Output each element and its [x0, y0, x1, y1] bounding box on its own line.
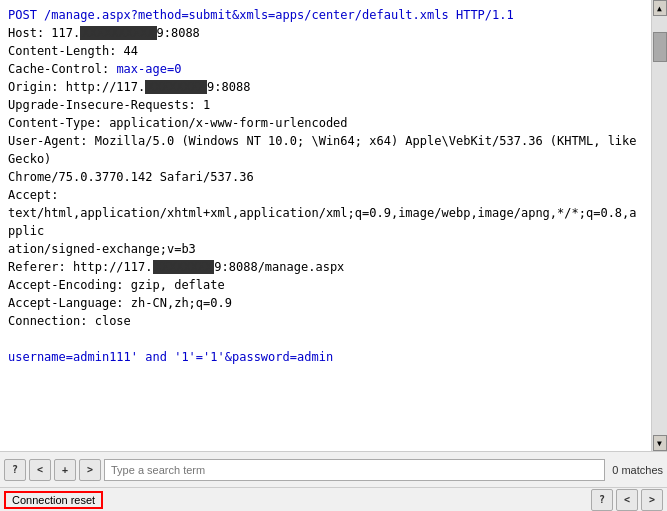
- next-button[interactable]: >: [79, 459, 101, 481]
- line-13: Referer: http://117.XXXXXXXX9:8088/manag…: [8, 258, 643, 276]
- line-7: Content-Type: application/x-www-form-url…: [8, 114, 643, 132]
- line-4: Cache-Control: max-age=0: [8, 60, 643, 78]
- match-count: 0 matches: [612, 464, 663, 476]
- scrollbar-thumb[interactable]: [653, 32, 667, 62]
- line-14: Accept-Encoding: gzip, deflate: [8, 276, 643, 294]
- line-9: Chrome/75.0.3770.142 Safari/537.36: [8, 168, 643, 186]
- line-1: POST /manage.aspx?method=submit&xmls=app…: [8, 6, 643, 24]
- main-content: POST /manage.aspx?method=submit&xmls=app…: [0, 0, 667, 451]
- line-8: User-Agent: Mozilla/5.0 (Windows NT 10.0…: [8, 132, 643, 168]
- search-input[interactable]: [104, 459, 605, 481]
- add-button[interactable]: +: [54, 459, 76, 481]
- search-toolbar: ? < + > 0 matches: [0, 451, 667, 487]
- line-5: Origin: http://117.XXXXXXXX9:8088: [8, 78, 643, 96]
- text-area: POST /manage.aspx?method=submit&xmls=app…: [0, 0, 651, 451]
- status-next-button[interactable]: >: [641, 489, 663, 511]
- line-2: Host: 117.XXXXXXXXXX9:8088: [8, 24, 643, 42]
- empty-area: [8, 366, 643, 451]
- help-button[interactable]: ?: [4, 459, 26, 481]
- sql-injection-line: username=admin111' and '1'='1'&password=…: [8, 348, 643, 366]
- line-16: Connection: close: [8, 312, 643, 330]
- connection-reset-badge: Connection reset: [4, 491, 103, 509]
- scrollbar[interactable]: ▲ ▼: [651, 0, 667, 451]
- line-6: Upgrade-Insecure-Requests: 1: [8, 96, 643, 114]
- scroll-up-arrow[interactable]: ▲: [653, 0, 667, 16]
- line-empty: [8, 330, 643, 348]
- line-11: text/html,application/xhtml+xml,applicat…: [8, 204, 643, 240]
- line-12: ation/signed-exchange;v=b3: [8, 240, 643, 258]
- prev-button[interactable]: <: [29, 459, 51, 481]
- line-10: Accept:: [8, 186, 643, 204]
- line-15: Accept-Language: zh-CN,zh;q=0.9: [8, 294, 643, 312]
- scroll-down-arrow[interactable]: ▼: [653, 435, 667, 451]
- status-help-button[interactable]: ?: [591, 489, 613, 511]
- status-bar: Connection reset ? < >: [0, 487, 667, 511]
- right-toolbar: ? < >: [591, 489, 663, 511]
- line-3: Content-Length: 44: [8, 42, 643, 60]
- status-prev-button[interactable]: <: [616, 489, 638, 511]
